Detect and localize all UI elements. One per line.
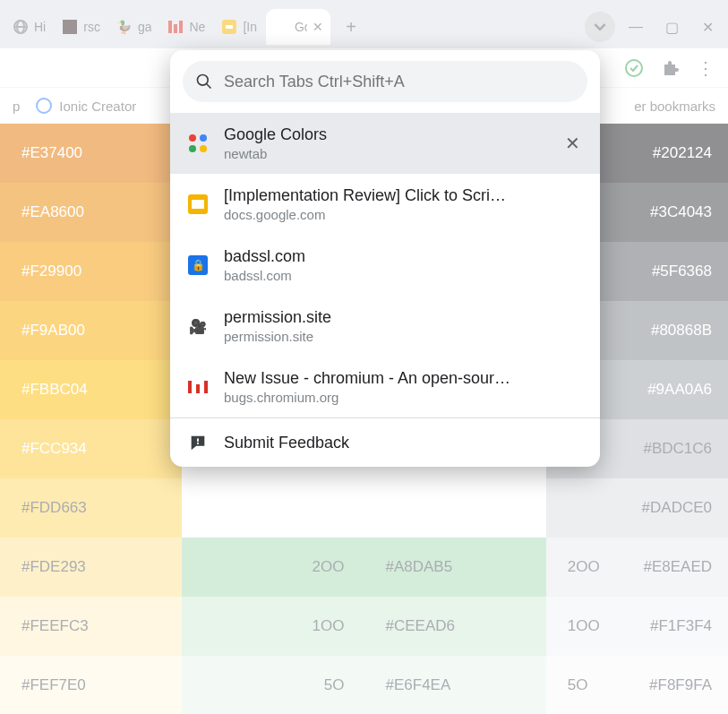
color-swatch: 5O [182,656,364,714]
monorail-icon [168,21,183,33]
svg-point-0 [626,60,642,76]
item-title: permission.site [224,308,584,327]
color-swatch: #FDD663 [0,478,182,538]
color-swatch: #F29900 [0,242,182,301]
new-tab-button[interactable]: + [338,13,364,40]
svg-rect-3 [197,438,199,442]
color-swatch: #FCC934 [0,419,182,478]
svg-line-2 [207,84,211,89]
color-swatch: #E6F4EA [364,656,546,714]
color-swatch: #FDE293 [0,538,182,597]
tab-title: rsc [83,20,100,34]
bookmark-item[interactable]: p [13,99,20,114]
browser-tab[interactable]: [In [214,9,264,45]
lock-icon: 🔒 [188,255,208,275]
chevron-down-icon [594,21,606,33]
tab-strip: Hirsc🦆gaNe[InGo✕ + — ▢ ✕ [0,0,728,48]
tab-title: ga [138,20,152,34]
slides-icon [188,194,208,214]
site-icon: 🦆 [116,20,132,34]
submit-feedback-button[interactable]: Submit Feedback [170,418,600,467]
site-icon [63,20,77,34]
color-swatch: #CEEAD6 [364,597,546,656]
tab-search-item[interactable]: 🎥 permission.site permission.site [170,296,600,357]
feedback-icon [186,431,210,454]
search-field[interactable] [183,61,587,102]
color-swatch: 5O#F8F9FA [546,656,728,714]
browser-tab[interactable]: rsc [55,9,107,45]
other-bookmarks-button[interactable]: er bookmarks [634,99,715,114]
browser-tab[interactable]: 🦆ga [109,9,159,45]
color-swatch: #EA8600 [0,183,182,242]
ionic-icon [36,98,52,114]
color-swatch [182,478,364,538]
tab-search-item[interactable]: Google Colors newtab ✕ [170,113,600,174]
tab-title: Ne [189,20,205,34]
slides-icon [222,20,236,34]
tab-search-item[interactable]: [Implementation Review] Click to Scri… d… [170,174,600,235]
tab-search-popover: Google Colors newtab ✕ [Implementation R… [170,50,600,467]
browser-tab[interactable]: Hi [5,9,53,45]
color-swatch: 2OO [182,538,364,597]
close-icon[interactable]: ✕ [561,129,584,158]
window-close-button[interactable]: ✕ [692,12,723,42]
color-swatch: #F9AB00 [0,301,182,360]
bookmark-item[interactable]: Ionic Creator [36,98,136,114]
menu-button[interactable]: ⋮ [696,58,715,78]
tab-title: [In [243,20,257,34]
color-swatch: #DADCE0 [546,478,728,538]
svg-rect-4 [197,443,199,444]
color-swatch: #FBBC04 [0,360,182,419]
window-minimize-button[interactable]: — [621,12,651,42]
browser-tab[interactable]: Ne [160,9,212,45]
monorail-icon [188,381,208,393]
permission-icon: 🎥 [189,318,207,335]
item-subtitle: permission.site [224,329,584,344]
item-subtitle: badssl.com [224,268,584,283]
svg-point-1 [198,75,209,86]
item-subtitle: newtab [224,146,547,161]
tab-search-item[interactable]: New Issue - chromium - An open-sour… bug… [170,357,600,417]
browser-tab[interactable]: Go✕ [266,9,330,45]
color-swatch: #A8DAB5 [364,538,546,597]
item-title: Google Colors [224,125,547,144]
color-swatch: #E37400 [0,124,182,183]
globe-icon [13,20,28,34]
item-subtitle: docs.google.com [224,207,584,222]
color-swatch: #FEF7E0 [0,656,182,714]
item-subtitle: bugs.chromium.org [224,390,584,405]
tab-search-item[interactable]: 🔒 badssl.com badssl.com [170,235,600,296]
tab-title: Hi [34,20,46,34]
color-swatch: 1OO#F1F3F4 [546,597,728,656]
color-swatch [364,478,546,538]
status-check-icon [624,58,644,78]
color-swatch: 1OO [182,597,364,656]
color-swatch: 2OO#E8EAED [546,538,728,597]
google-colors-icon [189,134,207,152]
color-swatch: #FEEFC3 [0,597,182,656]
window-maximize-button[interactable]: ▢ [656,12,687,42]
item-title: New Issue - chromium - An open-sour… [224,369,584,388]
item-title: [Implementation Review] Click to Scri… [224,186,584,205]
search-input[interactable] [224,73,575,91]
extensions-button[interactable] [660,58,680,78]
search-icon [195,73,213,90]
tab-title: Go [295,20,307,34]
tab-close-button[interactable]: ✕ [313,21,323,33]
item-title: badssl.com [224,247,584,266]
tab-search-button[interactable] [585,12,615,42]
